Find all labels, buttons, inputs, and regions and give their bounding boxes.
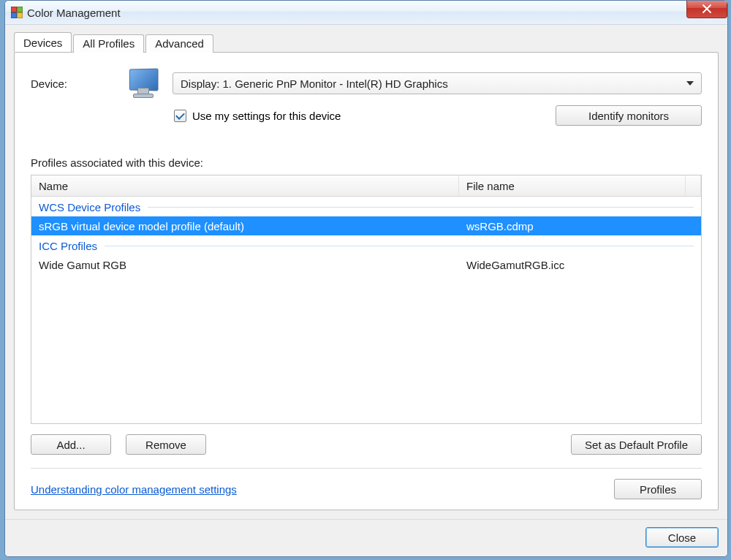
understanding-link[interactable]: Understanding color management settings bbox=[31, 483, 237, 496]
tab-devices[interactable]: Devices bbox=[14, 32, 72, 52]
profile-name: Wide Gamut RGB bbox=[31, 259, 459, 271]
titlebar: Color Management bbox=[5, 1, 727, 25]
set-default-profile-button[interactable]: Set as Default Profile bbox=[571, 434, 702, 455]
profile-row[interactable]: sRGB virtual device model profile (defau… bbox=[31, 216, 701, 235]
remove-button[interactable]: Remove bbox=[126, 434, 206, 455]
close-dialog-button[interactable]: Close bbox=[645, 527, 719, 548]
color-management-window: Color Management Devices All Profiles Ad… bbox=[4, 0, 728, 557]
color-management-icon bbox=[11, 7, 23, 18]
profile-name: sRGB virtual device model profile (defau… bbox=[31, 220, 459, 232]
column-name[interactable]: Name bbox=[31, 175, 459, 196]
device-label: Device: bbox=[31, 77, 126, 90]
column-padding bbox=[686, 175, 701, 196]
device-dropdown[interactable]: Display: 1. Generic PnP Monitor - Intel(… bbox=[173, 72, 702, 94]
listview-header: Name File name bbox=[31, 175, 701, 197]
profiles-section-label: Profiles associated with this device: bbox=[31, 156, 702, 169]
device-options-row: Use my settings for this device Identify… bbox=[31, 105, 702, 126]
tabpanel-devices: Device: Display: 1. Generic PnP Monitor … bbox=[14, 52, 719, 510]
profile-filename: wsRGB.cdmp bbox=[459, 220, 701, 232]
tab-all-profiles[interactable]: All Profiles bbox=[73, 34, 144, 53]
profile-filename: WideGamutRGB.icc bbox=[459, 259, 701, 271]
use-settings-label: Use my settings for this device bbox=[192, 110, 341, 122]
window-title: Color Management bbox=[27, 7, 121, 19]
group-icc-profiles: ICC Profiles bbox=[31, 235, 701, 255]
listview-body: WCS Device Profiles sRGB virtual device … bbox=[31, 197, 701, 423]
use-settings-checkbox[interactable] bbox=[174, 110, 186, 122]
tabstrip: Devices All Profiles Advanced bbox=[14, 32, 719, 52]
tab-advanced[interactable]: Advanced bbox=[145, 34, 213, 53]
divider bbox=[31, 468, 702, 469]
group-wcs-device-profiles: WCS Device Profiles bbox=[31, 197, 701, 216]
profile-buttons-row: Add... Remove Set as Default Profile bbox=[31, 434, 702, 455]
identify-monitors-button[interactable]: Identify monitors bbox=[556, 105, 702, 126]
chevron-down-icon bbox=[686, 81, 694, 86]
column-filename[interactable]: File name bbox=[459, 175, 686, 196]
monitor-icon bbox=[126, 69, 161, 98]
footer-row: Understanding color management settings … bbox=[31, 479, 702, 499]
profiles-listview[interactable]: Name File name WCS Device Profiles sRGB … bbox=[31, 175, 702, 424]
group-title: ICC Profiles bbox=[39, 240, 97, 252]
group-title: WCS Device Profiles bbox=[39, 201, 140, 213]
device-dropdown-value: Display: 1. Generic PnP Monitor - Intel(… bbox=[181, 77, 448, 90]
profile-row[interactable]: Wide Gamut RGB WideGamutRGB.icc bbox=[31, 255, 701, 274]
add-button[interactable]: Add... bbox=[31, 434, 111, 455]
close-icon bbox=[702, 4, 712, 14]
client-area: Devices All Profiles Advanced Device: Di… bbox=[5, 25, 727, 519]
device-row: Device: Display: 1. Generic PnP Monitor … bbox=[31, 69, 702, 98]
profiles-button[interactable]: Profiles bbox=[614, 479, 702, 499]
bottom-bar: Close bbox=[5, 519, 727, 556]
close-button[interactable] bbox=[686, 0, 727, 18]
